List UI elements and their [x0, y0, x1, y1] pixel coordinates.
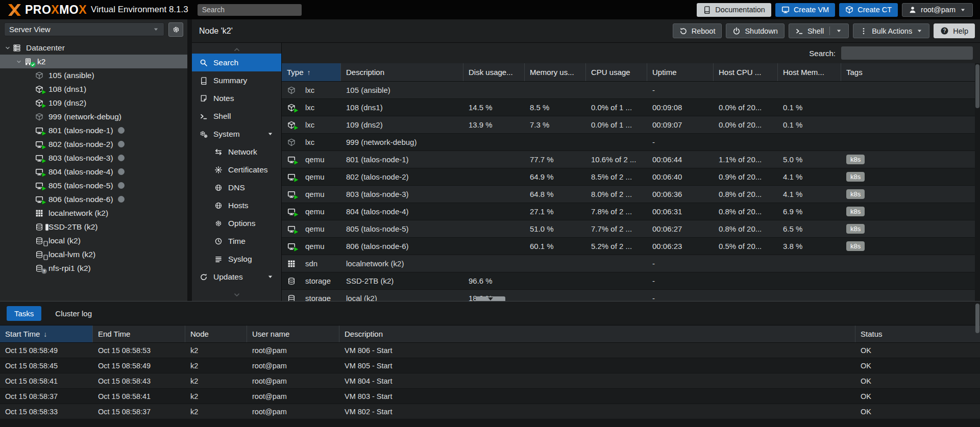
- create-ct-button[interactable]: Create CT: [839, 3, 898, 17]
- column-header-description[interactable]: Description: [341, 63, 463, 81]
- tree-item-localnetwork-k2[interactable]: localnetwork (k2): [0, 206, 187, 220]
- tree-item-804-talos-node-4[interactable]: 804 (talos-node-4): [0, 165, 187, 179]
- tag-badge[interactable]: k8s: [846, 241, 865, 251]
- column-header-description[interactable]: Description: [339, 325, 855, 342]
- menu-item-dns[interactable]: DNS: [192, 179, 281, 196]
- menu-item-certificates[interactable]: Certificates: [192, 161, 281, 179]
- tag-badge[interactable]: k8s: [846, 155, 865, 164]
- resource-row-801-talos-node-1[interactable]: qemu801 (talos-node-1)77.7 %10.6% of 2 .…: [282, 151, 980, 168]
- uptime-cell: 00:06:36: [647, 186, 714, 203]
- menu-item-time[interactable]: Time: [192, 232, 281, 250]
- menu-item-search[interactable]: Search: [192, 54, 281, 71]
- column-header-status[interactable]: Status: [855, 325, 980, 342]
- tree-settings-button[interactable]: [168, 22, 183, 37]
- help-button[interactable]: ?Help: [934, 23, 975, 38]
- scrollbar-thumb[interactable]: [975, 304, 979, 333]
- menu-scroll-down[interactable]: [192, 290, 281, 299]
- tree-item-105-ansible[interactable]: 105 (ansible): [0, 68, 187, 82]
- tree-item-109-dns2[interactable]: 109 (dns2): [0, 96, 187, 110]
- menu-item-options[interactable]: Options: [192, 214, 281, 232]
- task-row[interactable]: Oct 15 08:58:33Oct 15 08:58:37k2root@pam…: [0, 404, 980, 419]
- column-header-end-time[interactable]: End Time: [93, 325, 185, 342]
- column-header-start-time[interactable]: Start Time↓: [0, 325, 93, 342]
- tree-item-999-network-debug[interactable]: 999 (network-debug): [0, 110, 187, 123]
- documentation-button[interactable]: Documentation: [697, 3, 771, 17]
- resource-row-803-talos-node-3[interactable]: qemu803 (talos-node-3)64.8 %8.0% of 2 ..…: [282, 186, 980, 203]
- view-selector[interactable]: Server View: [4, 22, 164, 36]
- column-header-host-mem[interactable]: Host Mem...: [778, 63, 841, 81]
- resource-row-ssd-2tb-k2[interactable]: storageSSD-2TB (k2)96.6 %-: [282, 272, 980, 290]
- menu-item-summary[interactable]: Summary: [192, 71, 281, 89]
- resource-row-108-dns1[interactable]: lxc108 (dns1)14.5 %8.5 %0.0% of 1 ...00:…: [282, 99, 980, 116]
- resource-row-localnetwork-k2[interactable]: sdnlocalnetwork (k2)-: [282, 255, 980, 272]
- tree-item-local-lvm-k2[interactable]: local-lvm (k2): [0, 247, 187, 261]
- task-row[interactable]: Oct 15 08:58:45Oct 15 08:58:49k2root@pam…: [0, 358, 980, 373]
- bulk-actions-button[interactable]: Bulk Actions: [853, 23, 929, 38]
- tree-item-k2[interactable]: k2: [0, 55, 187, 68]
- resource-row-804-talos-node-4[interactable]: qemu804 (talos-node-4)27.1 %7.8% of 2 ..…: [282, 203, 980, 220]
- tree-item-806-talos-node-6[interactable]: 806 (talos-node-6): [0, 192, 187, 206]
- column-label: Tags: [846, 68, 863, 77]
- reboot-button[interactable]: Reboot: [673, 23, 722, 38]
- resource-row-999-network-debug[interactable]: lxc999 (network-debug)-: [282, 134, 980, 151]
- task-row[interactable]: Oct 15 08:58:41Oct 15 08:58:43k2root@pam…: [0, 373, 980, 389]
- shell-button[interactable]: Shell: [789, 23, 849, 38]
- menu-item-network[interactable]: Network: [192, 143, 281, 161]
- magnifier-icon: [199, 59, 208, 67]
- tree-item-nfs-rpi1-k2[interactable]: ?nfs-rpi1 (k2): [0, 261, 187, 275]
- host-cpu-cell: [714, 290, 778, 301]
- menu-item-notes[interactable]: Notes: [192, 89, 281, 107]
- task-row[interactable]: Oct 15 08:58:37Oct 15 08:58:41k2root@pam…: [0, 389, 980, 404]
- tree-item-802-talos-node-2[interactable]: 802 (talos-node-2): [0, 137, 187, 151]
- tree-item-datacenter[interactable]: Datacenter: [0, 41, 187, 55]
- tree-expander-icon[interactable]: [14, 59, 23, 65]
- menu-item-updates[interactable]: Updates: [192, 268, 281, 286]
- column-header-user-name[interactable]: User name: [247, 325, 339, 342]
- scrollbar-thumb[interactable]: [975, 64, 979, 108]
- tag-badge[interactable]: k8s: [846, 189, 865, 199]
- tree-item-803-talos-node-3[interactable]: 803 (talos-node-3): [0, 151, 187, 165]
- column-header-uptime[interactable]: Uptime: [647, 63, 714, 81]
- column-header-tags[interactable]: Tags: [841, 63, 980, 81]
- tab-cluster-log[interactable]: Cluster log: [47, 306, 100, 321]
- tree-item-local-k2[interactable]: local (k2): [0, 234, 187, 247]
- menu-item-hosts[interactable]: Hosts: [192, 196, 281, 214]
- resource-row-805-talos-node-5[interactable]: qemu805 (talos-node-5)51.0 %7.7% of 2 ..…: [282, 220, 980, 238]
- tab-tasks[interactable]: Tasks: [7, 306, 41, 321]
- tag-badge[interactable]: k8s: [846, 207, 865, 216]
- tree-item-ssd-2tb-k2[interactable]: SSD-2TB (k2): [0, 220, 187, 234]
- task-scrollbar[interactable]: [975, 303, 980, 426]
- menu-item-syslog[interactable]: Syslog: [192, 250, 281, 268]
- column-header-disk-usage[interactable]: Disk usage...: [463, 63, 525, 81]
- tag-badge[interactable]: k8s: [846, 224, 865, 234]
- monitor-icon: [35, 140, 44, 148]
- resource-row-109-dns2[interactable]: lxc109 (dns2)13.9 %7.3 %0.0% of 1 ...00:…: [282, 116, 980, 134]
- resource-row-806-talos-node-6[interactable]: qemu806 (talos-node-6)60.1 %5.2% of 2 ..…: [282, 238, 980, 255]
- tree-expander-icon[interactable]: [3, 45, 12, 51]
- task-row[interactable]: Oct 15 08:58:49Oct 15 08:58:53k2root@pam…: [0, 343, 980, 358]
- node-search-input[interactable]: [841, 46, 973, 60]
- scroll-down-hint[interactable]: [476, 296, 505, 301]
- menu-item-system[interactable]: System: [192, 125, 281, 143]
- table-scrollbar[interactable]: [975, 63, 980, 301]
- tag-badge[interactable]: k8s: [846, 172, 865, 182]
- user-menu-button[interactable]: root@pam: [902, 3, 973, 17]
- resource-row-802-talos-node-2[interactable]: qemu802 (talos-node-2)64.9 %8.5% of 2 ..…: [282, 168, 980, 186]
- shutdown-button[interactable]: Shutdown: [726, 23, 785, 38]
- menu-scroll-up[interactable]: [192, 45, 281, 54]
- tree-item-108-dns1[interactable]: 108 (dns1): [0, 82, 187, 96]
- column-header-node[interactable]: Node: [185, 325, 247, 342]
- resource-row-local-k2[interactable]: storagelocal (k2)18.2 %-: [282, 290, 980, 301]
- tree-item-805-talos-node-5[interactable]: 805 (talos-node-5): [0, 179, 187, 192]
- column-header-type[interactable]: Type↑: [282, 63, 341, 81]
- tree-item-801-talos-node-1[interactable]: 801 (talos-node-1): [0, 123, 187, 137]
- create-vm-button[interactable]: Create VM: [775, 3, 835, 17]
- host-cpu-cell: [714, 272, 778, 289]
- column-header-cpu-usage[interactable]: CPU usage: [586, 63, 647, 81]
- menu-item-shell[interactable]: Shell: [192, 107, 281, 125]
- resource-row-105-ansible[interactable]: lxc105 (ansible)-: [282, 82, 980, 99]
- column-header-memory-us[interactable]: Memory us...: [525, 63, 586, 81]
- global-search-input[interactable]: [198, 4, 302, 16]
- column-header-host-cpu[interactable]: Host CPU ...: [714, 63, 778, 81]
- clock-icon: [214, 237, 223, 245]
